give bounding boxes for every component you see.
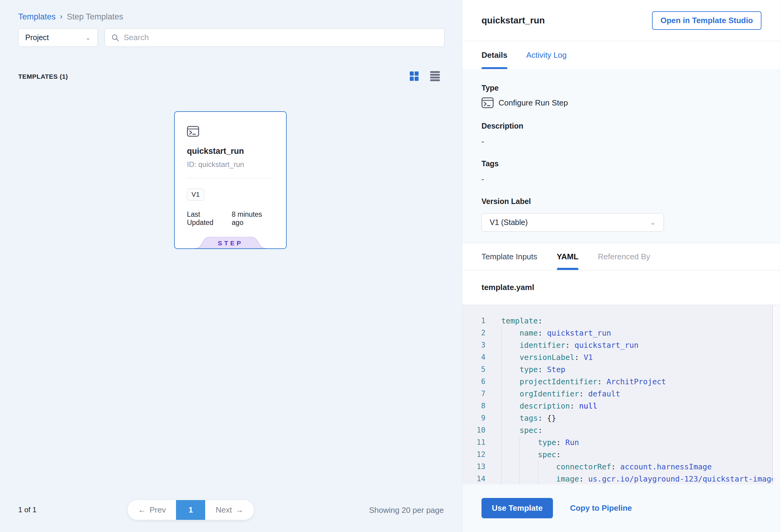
yaml-line: 9tags: {}: [462, 412, 780, 424]
breadcrumb-templates-link[interactable]: Templates: [18, 12, 56, 21]
action-bar: Use Template Copy to Pipeline: [462, 484, 780, 532]
filter-row: Project ⌄: [18, 28, 444, 47]
panel-header: quickstart_run Open in Template Studio: [462, 0, 780, 41]
card-version-badge: V1: [187, 189, 204, 201]
card-divider: [187, 178, 274, 178]
yaml-lines: 1template:2name: quickstart_run3identifi…: [462, 315, 780, 484]
view-toggles: [410, 71, 440, 81]
breadcrumb-current: Step Templates: [67, 12, 124, 21]
yaml-file-header: template.yaml: [462, 270, 780, 305]
version-select[interactable]: V1 (Stable) ⌄: [482, 213, 664, 232]
tab-activity-log[interactable]: Activity Log: [526, 41, 567, 69]
yaml-line: 13connectorRef: account.harnessImage: [462, 461, 780, 473]
template-details-panel: quickstart_run Open in Template Studio D…: [462, 0, 780, 532]
grid-view-icon[interactable]: [410, 71, 419, 81]
card-id: ID: quickstart_run: [187, 160, 274, 169]
yaml-line: 7orgIdentifier: default: [462, 388, 780, 400]
tags-value: -: [482, 175, 761, 184]
yaml-tabbar: Template Inputs YAML Referenced By: [462, 243, 780, 270]
details-tabbar: Details Activity Log: [462, 41, 780, 69]
yaml-line: 8description: null: [462, 400, 780, 412]
version-label: Version Label: [482, 197, 761, 206]
scope-select[interactable]: Project ⌄: [18, 28, 98, 47]
yaml-line: 11type: Run: [462, 436, 780, 448]
tab-referenced-by[interactable]: Referenced By: [598, 243, 650, 270]
version-select-value: V1 (Stable): [490, 218, 528, 227]
per-page-label: Showing 20 per page: [0, 505, 444, 515]
yaml-line: 6projectIdentifier: ArchitProject: [462, 376, 780, 388]
type-label: Type: [482, 84, 761, 92]
yaml-line: 12spec:: [462, 448, 780, 461]
card-type-banner-label: STEP: [194, 237, 267, 248]
yaml-file-name: template.yaml: [482, 283, 534, 292]
scope-select-value: Project: [25, 33, 49, 42]
tab-details[interactable]: Details: [482, 41, 507, 69]
chevron-down-icon: ⌄: [650, 219, 656, 227]
search-input[interactable]: [124, 33, 438, 42]
yaml-line: 1template:: [462, 315, 780, 327]
template-card[interactable]: quickstart_run ID: quickstart_run V1 Las…: [174, 111, 287, 249]
description-value: -: [482, 137, 761, 146]
card-updated-row: Last Updated 8 minutes ago: [187, 210, 274, 227]
search-box: [105, 28, 444, 47]
card-type-banner: STEP: [194, 237, 267, 248]
templates-page: Templates › Step Templates Project ⌄ TEM…: [0, 0, 780, 532]
tab-yaml[interactable]: YAML: [557, 243, 579, 270]
tags-label: Tags: [482, 159, 761, 168]
yaml-line: 3identifier: quickstart_run: [462, 339, 780, 351]
details-section: Type Configure Run Step Description - Ta…: [462, 69, 780, 243]
description-label: Description: [482, 122, 761, 131]
panel-title: quickstart_run: [482, 15, 545, 26]
list-view-icon[interactable]: [430, 71, 440, 81]
card-title: quickstart_run: [187, 147, 274, 156]
yaml-line: 14image: us.gcr.io/playground-123/quicks…: [462, 473, 780, 484]
yaml-line: 10spec:: [462, 424, 780, 436]
template-list-pane: Templates › Step Templates Project ⌄ TEM…: [0, 0, 462, 532]
last-updated-label: Last Updated: [187, 210, 227, 227]
tab-template-inputs[interactable]: Template Inputs: [482, 243, 537, 270]
run-step-terminal-icon: [482, 97, 494, 108]
open-template-studio-button[interactable]: Open in Template Studio: [652, 11, 762, 30]
chevron-down-icon: ⌄: [85, 34, 91, 42]
last-updated-value: 8 minutes ago: [232, 210, 274, 227]
editor-minimap[interactable]: [772, 305, 780, 484]
search-icon: [111, 34, 119, 42]
type-value: Configure Run Step: [498, 98, 568, 108]
breadcrumb-chevron-icon: ›: [60, 12, 63, 21]
breadcrumb: Templates › Step Templates: [18, 12, 123, 21]
yaml-line: 5type: Step: [462, 363, 780, 376]
use-template-button[interactable]: Use Template: [482, 498, 553, 518]
template-card-body: quickstart_run ID: quickstart_run V1 Las…: [175, 112, 286, 227]
run-step-terminal-icon: [187, 126, 199, 137]
yaml-editor[interactable]: 1template:2name: quickstart_run3identifi…: [462, 305, 780, 484]
type-row: Configure Run Step: [482, 97, 761, 108]
yaml-line: 2name: quickstart_run: [462, 327, 780, 339]
copy-to-pipeline-link[interactable]: Copy to Pipeline: [570, 503, 632, 513]
yaml-line: 4versionLabel: V1: [462, 351, 780, 363]
templates-count-label: TEMPLATES (1): [18, 73, 68, 80]
